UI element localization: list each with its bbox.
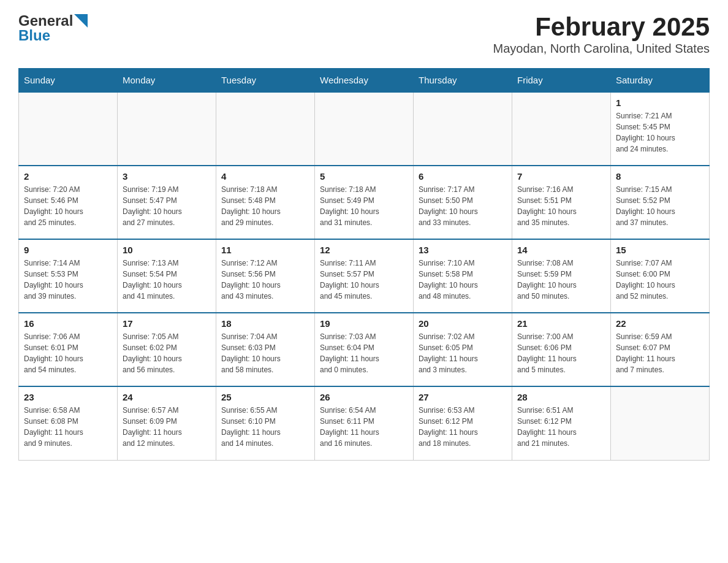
calendar-cell: 21Sunrise: 7:00 AM Sunset: 6:06 PM Dayli… bbox=[512, 313, 611, 386]
day-number: 16 bbox=[24, 318, 112, 329]
calendar-cell: 15Sunrise: 7:07 AM Sunset: 6:00 PM Dayli… bbox=[611, 239, 710, 313]
calendar-cell: 19Sunrise: 7:03 AM Sunset: 6:04 PM Dayli… bbox=[315, 313, 414, 386]
day-info: Sunrise: 7:06 AM Sunset: 6:01 PM Dayligh… bbox=[24, 331, 112, 375]
day-info: Sunrise: 7:10 AM Sunset: 5:58 PM Dayligh… bbox=[419, 258, 507, 302]
day-info: Sunrise: 7:13 AM Sunset: 5:54 PM Dayligh… bbox=[123, 258, 211, 302]
day-info: Sunrise: 7:19 AM Sunset: 5:47 PM Dayligh… bbox=[123, 184, 211, 228]
day-number: 7 bbox=[517, 171, 605, 182]
day-of-week-header: Tuesday bbox=[216, 69, 315, 93]
day-number: 17 bbox=[123, 318, 211, 329]
day-number: 12 bbox=[320, 245, 408, 255]
day-number: 22 bbox=[616, 318, 704, 329]
page-header: General Blue February 2025 Mayodan, Nort… bbox=[18, 12, 710, 56]
calendar-subtitle: Mayodan, North Carolina, United States bbox=[493, 42, 710, 56]
calendar-cell bbox=[315, 92, 414, 166]
day-number: 25 bbox=[221, 392, 309, 402]
calendar-week-row: 2Sunrise: 7:20 AM Sunset: 5:46 PM Daylig… bbox=[19, 166, 710, 239]
day-info: Sunrise: 7:04 AM Sunset: 6:03 PM Dayligh… bbox=[221, 331, 309, 375]
day-number: 24 bbox=[123, 392, 211, 402]
calendar-table: SundayMondayTuesdayWednesdayThursdayFrid… bbox=[18, 68, 710, 461]
day-number: 15 bbox=[616, 245, 704, 255]
day-info: Sunrise: 7:02 AM Sunset: 6:05 PM Dayligh… bbox=[419, 331, 507, 375]
day-number: 3 bbox=[123, 171, 211, 182]
calendar-cell: 22Sunrise: 6:59 AM Sunset: 6:07 PM Dayli… bbox=[611, 313, 710, 386]
calendar-cell: 5Sunrise: 7:18 AM Sunset: 5:49 PM Daylig… bbox=[315, 166, 414, 239]
calendar-cell bbox=[414, 92, 512, 166]
day-info: Sunrise: 7:15 AM Sunset: 5:52 PM Dayligh… bbox=[616, 184, 704, 228]
calendar-week-row: 16Sunrise: 7:06 AM Sunset: 6:01 PM Dayli… bbox=[19, 313, 710, 386]
day-number: 20 bbox=[419, 318, 507, 329]
day-number: 14 bbox=[517, 245, 605, 255]
calendar-cell: 11Sunrise: 7:12 AM Sunset: 5:56 PM Dayli… bbox=[216, 239, 315, 313]
day-number: 6 bbox=[419, 171, 507, 182]
day-info: Sunrise: 6:54 AM Sunset: 6:11 PM Dayligh… bbox=[320, 405, 408, 449]
day-number: 18 bbox=[221, 318, 309, 329]
calendar-cell: 7Sunrise: 7:16 AM Sunset: 5:51 PM Daylig… bbox=[512, 166, 611, 239]
calendar-cell: 12Sunrise: 7:11 AM Sunset: 5:57 PM Dayli… bbox=[315, 239, 414, 313]
day-info: Sunrise: 6:59 AM Sunset: 6:07 PM Dayligh… bbox=[616, 331, 704, 375]
day-number: 19 bbox=[320, 318, 408, 329]
calendar-cell: 2Sunrise: 7:20 AM Sunset: 5:46 PM Daylig… bbox=[19, 166, 118, 239]
day-info: Sunrise: 7:08 AM Sunset: 5:59 PM Dayligh… bbox=[517, 258, 605, 302]
day-info: Sunrise: 7:05 AM Sunset: 6:02 PM Dayligh… bbox=[123, 331, 211, 375]
calendar-cell: 20Sunrise: 7:02 AM Sunset: 6:05 PM Dayli… bbox=[414, 313, 512, 386]
calendar-cell: 26Sunrise: 6:54 AM Sunset: 6:11 PM Dayli… bbox=[315, 386, 414, 460]
calendar-cell: 4Sunrise: 7:18 AM Sunset: 5:48 PM Daylig… bbox=[216, 166, 315, 239]
logo-blue-text: Blue bbox=[18, 27, 50, 44]
day-number: 11 bbox=[221, 245, 309, 255]
day-info: Sunrise: 7:07 AM Sunset: 6:00 PM Dayligh… bbox=[616, 258, 704, 302]
calendar-cell: 3Sunrise: 7:19 AM Sunset: 5:47 PM Daylig… bbox=[118, 166, 216, 239]
calendar-cell: 18Sunrise: 7:04 AM Sunset: 6:03 PM Dayli… bbox=[216, 313, 315, 386]
svg-marker-0 bbox=[74, 14, 88, 28]
day-of-week-header: Saturday bbox=[611, 69, 710, 93]
day-number: 21 bbox=[517, 318, 605, 329]
calendar-cell bbox=[611, 386, 710, 460]
calendar-cell: 8Sunrise: 7:15 AM Sunset: 5:52 PM Daylig… bbox=[611, 166, 710, 239]
day-number: 10 bbox=[123, 245, 211, 255]
day-of-week-header: Wednesday bbox=[315, 69, 414, 93]
calendar-cell: 25Sunrise: 6:55 AM Sunset: 6:10 PM Dayli… bbox=[216, 386, 315, 460]
calendar-week-row: 9Sunrise: 7:14 AM Sunset: 5:53 PM Daylig… bbox=[19, 239, 710, 313]
calendar-cell bbox=[216, 92, 315, 166]
day-info: Sunrise: 7:17 AM Sunset: 5:50 PM Dayligh… bbox=[419, 184, 507, 228]
day-of-week-header: Friday bbox=[512, 69, 611, 93]
day-info: Sunrise: 7:03 AM Sunset: 6:04 PM Dayligh… bbox=[320, 331, 408, 375]
day-info: Sunrise: 7:12 AM Sunset: 5:56 PM Dayligh… bbox=[221, 258, 309, 302]
calendar-cell: 23Sunrise: 6:58 AM Sunset: 6:08 PM Dayli… bbox=[19, 386, 118, 460]
calendar-cell: 1Sunrise: 7:21 AM Sunset: 5:45 PM Daylig… bbox=[611, 92, 710, 166]
day-info: Sunrise: 6:58 AM Sunset: 6:08 PM Dayligh… bbox=[24, 405, 112, 449]
calendar-week-row: 23Sunrise: 6:58 AM Sunset: 6:08 PM Dayli… bbox=[19, 386, 710, 460]
calendar-cell: 10Sunrise: 7:13 AM Sunset: 5:54 PM Dayli… bbox=[118, 239, 216, 313]
day-number: 8 bbox=[616, 171, 704, 182]
title-block: February 2025 Mayodan, North Carolina, U… bbox=[493, 12, 710, 56]
day-of-week-header: Monday bbox=[118, 69, 216, 93]
day-info: Sunrise: 7:11 AM Sunset: 5:57 PM Dayligh… bbox=[320, 258, 408, 302]
day-info: Sunrise: 6:55 AM Sunset: 6:10 PM Dayligh… bbox=[221, 405, 309, 449]
day-number: 9 bbox=[24, 245, 112, 255]
calendar-cell: 16Sunrise: 7:06 AM Sunset: 6:01 PM Dayli… bbox=[19, 313, 118, 386]
day-number: 23 bbox=[24, 392, 112, 402]
calendar-cell: 14Sunrise: 7:08 AM Sunset: 5:59 PM Dayli… bbox=[512, 239, 611, 313]
day-of-week-header: Sunday bbox=[19, 69, 118, 93]
calendar-cell: 9Sunrise: 7:14 AM Sunset: 5:53 PM Daylig… bbox=[19, 239, 118, 313]
calendar-cell: 6Sunrise: 7:17 AM Sunset: 5:50 PM Daylig… bbox=[414, 166, 512, 239]
day-number: 26 bbox=[320, 392, 408, 402]
day-number: 13 bbox=[419, 245, 507, 255]
day-info: Sunrise: 6:51 AM Sunset: 6:12 PM Dayligh… bbox=[517, 405, 605, 449]
day-number: 28 bbox=[517, 392, 605, 402]
day-info: Sunrise: 7:14 AM Sunset: 5:53 PM Dayligh… bbox=[24, 258, 112, 302]
day-info: Sunrise: 7:18 AM Sunset: 5:49 PM Dayligh… bbox=[320, 184, 408, 228]
day-info: Sunrise: 7:21 AM Sunset: 5:45 PM Dayligh… bbox=[616, 110, 704, 155]
calendar-cell: 24Sunrise: 6:57 AM Sunset: 6:09 PM Dayli… bbox=[118, 386, 216, 460]
day-number: 27 bbox=[419, 392, 507, 402]
calendar-cell bbox=[118, 92, 216, 166]
calendar-cell: 27Sunrise: 6:53 AM Sunset: 6:12 PM Dayli… bbox=[414, 386, 512, 460]
day-info: Sunrise: 6:53 AM Sunset: 6:12 PM Dayligh… bbox=[419, 405, 507, 449]
day-number: 1 bbox=[616, 98, 704, 108]
calendar-cell bbox=[512, 92, 611, 166]
day-info: Sunrise: 7:16 AM Sunset: 5:51 PM Dayligh… bbox=[517, 184, 605, 228]
calendar-cell: 17Sunrise: 7:05 AM Sunset: 6:02 PM Dayli… bbox=[118, 313, 216, 386]
day-info: Sunrise: 7:00 AM Sunset: 6:06 PM Dayligh… bbox=[517, 331, 605, 375]
calendar-week-row: 1Sunrise: 7:21 AM Sunset: 5:45 PM Daylig… bbox=[19, 92, 710, 166]
day-number: 2 bbox=[24, 171, 112, 182]
